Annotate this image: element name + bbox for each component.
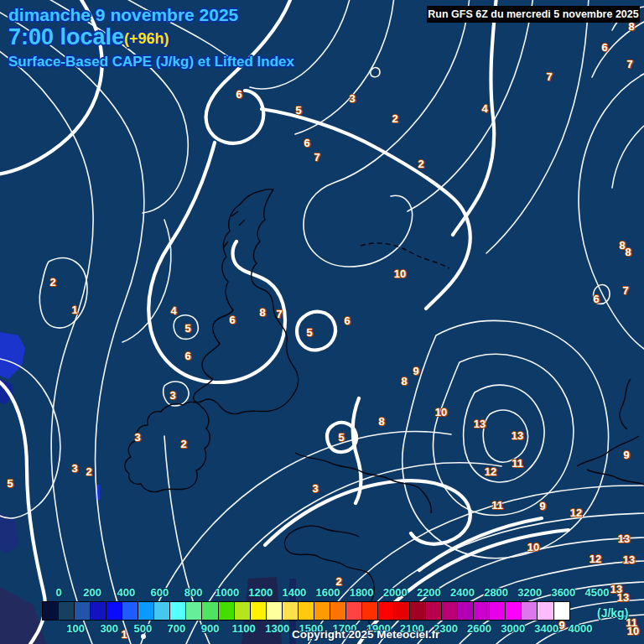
colorbar-cell (314, 601, 330, 621)
colorbar-cell (489, 601, 506, 621)
lifted-index-value: 9 (413, 365, 418, 377)
colorbar-cell (153, 601, 170, 621)
lifted-index-value: 8 (259, 306, 265, 319)
colorbar-tick-label: 1300 (265, 622, 289, 635)
lifted-index-value: 5 (7, 477, 13, 490)
lifted-index-value: 9 (623, 449, 629, 461)
lifted-index-value: 6 (229, 314, 235, 326)
colorbar-cell (457, 601, 474, 621)
colorbar-cell (425, 601, 442, 621)
colorbar-cell (521, 601, 538, 621)
lifted-index-value: 11 (512, 457, 523, 470)
lifted-index-value: 10 (527, 541, 539, 553)
colorbar-cell (409, 601, 426, 621)
colorbar-tick-label: 1200 (248, 586, 273, 599)
colorbar-tick-label: 900 (201, 622, 220, 635)
lifted-index-value: 5 (184, 322, 190, 335)
lifted-index-value: 1 (71, 304, 77, 316)
lifted-index-value: 5 (295, 104, 301, 117)
coastlines (125, 190, 644, 631)
colorbar-cell (441, 601, 458, 621)
weather-map-screen: 6532672867748876102145636875632325988101… (0, 0, 644, 644)
lifted-index-value: 13 (617, 591, 629, 604)
lifted-index-value: 7 (546, 70, 552, 83)
lifted-index-value: 9 (558, 619, 564, 631)
colorbar-cell (361, 601, 378, 621)
lifted-index-value: 12 (589, 553, 601, 565)
contour-map-canvas (0, 0, 644, 644)
lifted-index-value: 12 (570, 506, 582, 519)
colorbar-tick-label: 3600 (551, 586, 575, 599)
colorbar-cell (218, 601, 235, 621)
thick-contour-lines (0, 0, 569, 644)
colorbar-tick-label: 700 (168, 622, 186, 635)
colorbar-tick-label: 100 (66, 622, 85, 635)
lifted-index-value: 13 (474, 418, 486, 430)
colorbar-tick-label: 3400 (534, 622, 558, 635)
lifted-index-value: 5 (306, 326, 312, 339)
lifted-index-value: 4 (170, 304, 176, 317)
colorbar-cell (106, 601, 122, 621)
lifted-index-value: 8 (401, 375, 407, 387)
colorbar-tick-label: 4000 (568, 622, 592, 635)
colorbar-cell (169, 601, 186, 621)
colorbar-tick-label: 2800 (484, 586, 508, 599)
lifted-index-value: 3 (349, 92, 355, 105)
colorbar-cell (393, 601, 410, 621)
colorbar-cell (250, 601, 267, 621)
forecast-time: 7:00 locale (8, 24, 124, 50)
lifted-index-value: 9 (539, 500, 545, 512)
lifted-index-value: 2 (392, 112, 397, 125)
lifted-index-value: 7 (276, 308, 282, 320)
colorbar-tick-label: 0 (55, 586, 61, 599)
lifted-index-value: 12 (485, 465, 496, 478)
lifted-index-value: 2 (49, 276, 55, 288)
colorbar-tick-label: 2600 (467, 622, 491, 635)
colorbar-tick-label: 300 (100, 622, 118, 635)
colorbar-cell (201, 601, 218, 621)
colorbar-cell (122, 601, 138, 621)
lifted-index-value: 13 (512, 429, 523, 442)
lifted-index-value: 3 (312, 482, 318, 495)
lifted-index-value: 10 (394, 267, 406, 280)
lifted-index-value: 6 (593, 293, 599, 305)
colorbar-cell (266, 601, 283, 621)
lifted-index-value: 3 (169, 389, 175, 402)
colorbar-cell (345, 601, 362, 621)
lifted-index-value: 8 (378, 415, 384, 428)
colorbar-tick-label: 200 (83, 586, 101, 599)
lifted-index-value: 6 (304, 137, 309, 149)
colorbar-tick-label: 2400 (450, 586, 475, 599)
colorbar-unit-label: (J/kg) (597, 606, 628, 620)
lifted-index-value: 7 (622, 284, 628, 297)
colorbar-cell (282, 601, 299, 621)
colorbar-tick-label: 400 (117, 586, 135, 599)
coast-ireland (125, 402, 210, 491)
colorbar-tick-label: 4500 (585, 586, 610, 599)
colorbar-tick-label: 1100 (232, 622, 256, 635)
colorbar-tick-label: 800 (184, 586, 203, 599)
lifted-index-value: 7 (626, 58, 632, 70)
lifted-index-value: 7 (314, 151, 319, 164)
lifted-index-value: 1 (121, 628, 127, 641)
colorbar-tick-label: 2200 (417, 586, 441, 599)
colorbar-cell (74, 601, 91, 621)
colorbar-cell (298, 601, 314, 621)
colorbar-cell (537, 601, 553, 621)
map-parameter-title: Surface-Based CAPE (J/kg) et Lifted Inde… (8, 54, 294, 70)
lifted-index-value: 6 (184, 350, 190, 362)
colorbar (42, 601, 569, 621)
colorbar-cell (553, 601, 570, 621)
lifted-index-value: 3 (134, 431, 140, 444)
forecast-offset: (+96h) (124, 30, 169, 48)
copyright-text: Copyright 2025 Meteociel.fr (292, 628, 439, 641)
coast-norway-fragment (361, 243, 449, 268)
lifted-index-value: 2 (86, 465, 91, 478)
colorbar-cell (42, 601, 59, 621)
lifted-index-value: 10 (435, 406, 447, 418)
colorbar-cell (185, 601, 202, 621)
model-run-info-box: Run GFS 6Z du mercredi 5 novembre 2025 (427, 6, 640, 23)
model-run-info-text: Run GFS 6Z du mercredi 5 novembre 2025 (428, 8, 638, 20)
lifted-index-value: 10 (627, 625, 639, 637)
colorbar-tick-label: 1000 (215, 586, 239, 599)
